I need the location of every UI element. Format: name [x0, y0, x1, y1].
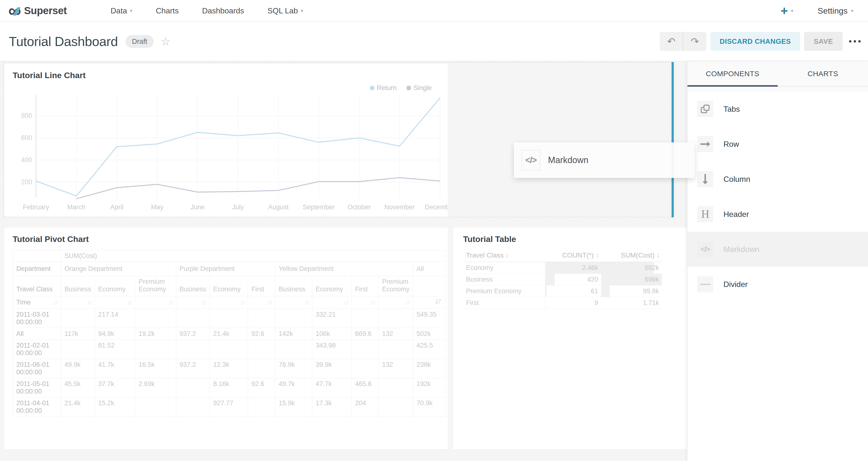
pivot-cell: 106k: [312, 328, 352, 340]
svg-text:600: 600: [21, 134, 32, 142]
pivot-cell: 45.5k: [61, 378, 95, 397]
pivot-cell: 465.6: [352, 378, 379, 397]
cell-count: 420: [545, 274, 601, 285]
nav-item-dashboards[interactable]: Dashboards: [202, 6, 244, 16]
table-row: First91.71k: [463, 297, 662, 309]
settings-menu[interactable]: Settings ▾: [818, 6, 854, 16]
pivot-cell: 49.7k: [275, 378, 312, 397]
nav-item-charts[interactable]: Charts: [156, 6, 179, 16]
pivot-row: 2011-04-01 00:00:0021.4k15.2k927.7715.9k…: [13, 397, 445, 417]
tab-charts[interactable]: CHARTS: [778, 61, 868, 86]
sort-carets-icon[interactable]: ▴▾: [507, 253, 508, 258]
svg-text:March: March: [67, 204, 85, 211]
pivot-cell: [176, 340, 210, 359]
pivot-time-header: Time↓↑: [13, 296, 61, 309]
sidebar-item-label: Header: [723, 210, 749, 219]
settings-label: Settings: [818, 6, 847, 16]
pivot-cell: [135, 340, 176, 359]
svg-text:800: 800: [21, 112, 32, 119]
pivot-class-header: [413, 276, 445, 296]
pivot-cell: 2.69k: [135, 378, 176, 397]
pivot-sort-cell: ↓↑: [352, 296, 379, 309]
pivot-cell: 192k: [413, 378, 445, 397]
cell-sum: 99.8k: [601, 285, 662, 297]
drag-ghost-label: Markdown: [548, 155, 588, 165]
table-row: Business420696k: [463, 274, 662, 285]
pivot-travel-class-label: Travel Class: [13, 276, 61, 296]
sort-icon[interactable]: ↓↑: [405, 299, 409, 306]
tab-components[interactable]: COMPONENTS: [687, 61, 778, 86]
sort-icon[interactable]: ↓↑: [240, 299, 244, 306]
more-options-button[interactable]: [849, 40, 861, 42]
nav-item-label: SQL Lab: [268, 6, 298, 16]
table-col-header-travel-class[interactable]: Travel Class▴▾: [463, 250, 545, 262]
sort-icon[interactable]: ↓↑: [168, 299, 173, 306]
sidebar-item-divider[interactable]: Divider: [687, 267, 868, 302]
pivot-cell: [248, 397, 275, 417]
pivot-cell: 76.9k: [275, 359, 312, 378]
nav-item-data[interactable]: Data▾: [111, 6, 133, 16]
cell-sum: 696k: [601, 274, 662, 285]
pivot-cell: 117k: [61, 328, 95, 340]
pivot-cell: 8.16k: [210, 378, 248, 397]
svg-text:September: September: [303, 204, 335, 211]
chart-legend: Return Single: [370, 84, 432, 92]
pivot-department-orange-department: Orange Department: [61, 262, 176, 276]
pivot-row: All117k94.9k19.2k937.221.4k92.6142k106k6…: [13, 328, 445, 340]
sort-carets-icon[interactable]: ▴▾: [596, 253, 598, 258]
sort-icon[interactable]: ↓↑: [202, 299, 206, 306]
superset-logo[interactable]: ∞ Superset: [8, 3, 67, 18]
pivot-cell: 549.35: [413, 309, 445, 328]
header-flex: COUNT(*)▴▾: [548, 251, 598, 259]
undo-button[interactable]: ↶: [660, 32, 683, 51]
save-button[interactable]: SAVE: [804, 32, 843, 51]
data-table-card[interactable]: Tutorial Table Travel Class▴▾COUNT(*)▴▾S…: [453, 227, 687, 449]
favorite-star-icon[interactable]: ☆: [161, 35, 170, 48]
pivot-cell: 132: [379, 328, 413, 340]
legend-item-return[interactable]: Return: [370, 84, 397, 92]
sort-icon[interactable]: ↓↑: [87, 299, 91, 306]
pivot-sort-cell: ↓↑: [61, 296, 95, 309]
caret-down-icon: ▾: [851, 8, 854, 13]
sidebar-item-header[interactable]: HHeader: [687, 197, 868, 232]
line-chart-card[interactable]: Tutorial Line Chart Return Single 200400…: [4, 64, 448, 217]
sort-icon[interactable]: ↓↑: [344, 299, 348, 306]
redo-button[interactable]: ↷: [683, 32, 706, 51]
svg-text:April: April: [110, 204, 123, 211]
pivot-chart-card[interactable]: Tutorial Pivot Chart SUM(Cost)Department…: [4, 227, 448, 449]
svg-text:400: 400: [21, 156, 32, 163]
sidebar-item-column[interactable]: Column: [687, 162, 868, 197]
table-col-header-sum-cost-[interactable]: SUM(Cost)▴▾: [601, 250, 662, 262]
sort-icon[interactable]: ↓↑: [371, 299, 375, 306]
sort-carets-icon[interactable]: ▴▾: [657, 253, 659, 258]
table-col-header-count-[interactable]: COUNT(*)▴▾: [545, 250, 601, 262]
legend-item-single[interactable]: Single: [406, 84, 432, 92]
column-label: Travel Class: [466, 251, 504, 259]
sort-icon[interactable]: ↓↑: [304, 299, 309, 306]
sort-icon[interactable]: ↓↑: [53, 299, 57, 306]
add-new-button[interactable]: + ▾: [781, 6, 793, 16]
pivot-department-all: All: [413, 262, 445, 276]
sidebar-item-row[interactable]: Row: [687, 127, 868, 162]
pivot-cell: 41.7k: [95, 359, 135, 378]
sidebar-item-tabs[interactable]: Tabs: [687, 92, 868, 127]
sidebar-item-label: Row: [723, 140, 739, 149]
cell-travel-class: Business: [463, 274, 545, 285]
dashboard-canvas: Tutorial Line Chart Return Single 200400…: [0, 61, 868, 461]
pivot-class-header: Business: [61, 276, 95, 296]
pivot-sort-cell: ↓↑: [379, 296, 413, 309]
drag-ghost-markdown[interactable]: </> Markdown: [514, 143, 695, 178]
pivot-cell: 15.9k: [275, 397, 312, 417]
row-arrow-icon: [697, 136, 713, 152]
legend-label: Return: [377, 84, 397, 92]
sort-icon[interactable]: ↓↑: [127, 299, 132, 306]
discard-changes-button[interactable]: DISCARD CHANGES: [710, 32, 800, 51]
nav-item-label: Dashboards: [202, 6, 244, 16]
sort-desc-icon[interactable]: [435, 298, 442, 305]
sidebar-strip: [687, 87, 868, 92]
nav-item-sql-lab[interactable]: SQL Lab▾: [268, 6, 303, 16]
pivot-cell: 21.4k: [61, 397, 95, 417]
sort-icon[interactable]: ↓↑: [267, 299, 272, 306]
cell-count: 9: [545, 297, 601, 309]
pivot-cell: 425.5: [413, 340, 445, 359]
